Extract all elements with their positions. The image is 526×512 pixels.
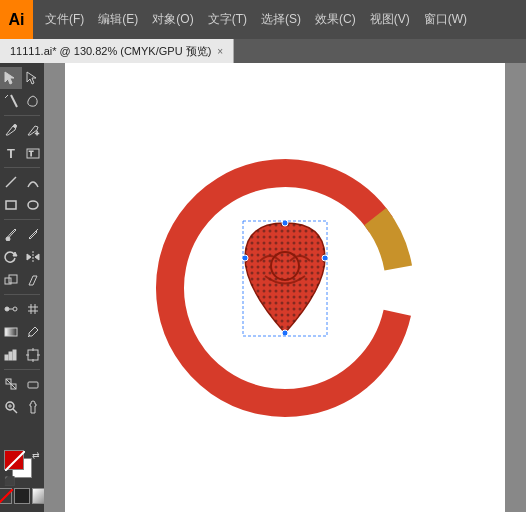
- rotate-tool[interactable]: [0, 246, 22, 268]
- blend-tool[interactable]: [0, 298, 22, 320]
- stroke-slash-icon: [5, 451, 25, 471]
- menu-bar: 文件(F) 编辑(E) 对象(O) 文字(T) 选择(S) 效果(C) 视图(V…: [33, 0, 479, 39]
- lasso-tool[interactable]: [22, 90, 44, 112]
- toolbar-separator-1: [4, 115, 40, 116]
- tab-label: 11111.ai* @ 130.82% (CMYK/GPU 预览): [10, 44, 211, 59]
- svg-marker-1: [27, 72, 36, 84]
- svg-point-18: [5, 307, 9, 311]
- ellipse-tool[interactable]: [22, 194, 44, 216]
- ai-logo: Ai: [0, 0, 33, 39]
- svg-marker-17: [29, 276, 37, 285]
- arc-tool[interactable]: [22, 171, 44, 193]
- svg-point-11: [6, 237, 10, 241]
- menu-type[interactable]: 文字(T): [202, 9, 253, 30]
- no-color-mode[interactable]: [0, 488, 12, 504]
- ring-graphic: [155, 158, 415, 418]
- svg-rect-38: [28, 382, 38, 388]
- area-type-tool[interactable]: T: [22, 142, 44, 164]
- scale-tool[interactable]: [0, 269, 22, 291]
- menu-select[interactable]: 选择(S): [255, 9, 307, 30]
- type-icon: T: [7, 146, 15, 161]
- swap-colors-icon[interactable]: ⇄: [32, 450, 40, 460]
- canvas-area[interactable]: [44, 63, 526, 512]
- svg-rect-9: [6, 201, 16, 209]
- menu-edit[interactable]: 编辑(E): [92, 9, 144, 30]
- svg-text:+: +: [35, 130, 39, 137]
- menu-object[interactable]: 对象(O): [146, 9, 199, 30]
- svg-point-10: [28, 201, 38, 209]
- toolbar-separator-5: [4, 369, 40, 370]
- svg-line-12: [36, 229, 38, 231]
- toolbar-separator-3: [4, 219, 40, 220]
- menu-effect[interactable]: 效果(C): [309, 9, 362, 30]
- artboard: [65, 63, 505, 512]
- svg-rect-27: [5, 355, 8, 360]
- tab-close-button[interactable]: ×: [217, 46, 223, 57]
- eyedropper-tool[interactable]: [22, 321, 44, 343]
- artboard-tool[interactable]: [22, 344, 44, 366]
- menu-view[interactable]: 视图(V): [364, 9, 416, 30]
- title-bar: Ai 文件(F) 编辑(E) 对象(O) 文字(T) 选择(S) 效果(C) 视…: [0, 0, 526, 39]
- menu-window[interactable]: 窗口(W): [418, 9, 473, 30]
- pencil-tool[interactable]: [22, 223, 44, 245]
- gradient-tool[interactable]: [0, 321, 22, 343]
- svg-rect-25: [5, 328, 17, 336]
- svg-text:T: T: [29, 150, 34, 157]
- paintbrush-tool[interactable]: [0, 223, 22, 245]
- menu-file[interactable]: 文件(F): [39, 9, 90, 30]
- no-color-icon: [0, 489, 13, 505]
- reflect-tool[interactable]: [22, 246, 44, 268]
- toolbar-separator-2: [4, 167, 40, 168]
- add-anchor-tool[interactable]: +: [22, 119, 44, 141]
- active-tab[interactable]: 11111.ai* @ 130.82% (CMYK/GPU 预览) ×: [0, 39, 234, 63]
- color-mode-row: [0, 488, 48, 504]
- color-swatches: ⇄ ⬛: [4, 450, 40, 486]
- graph-tool[interactable]: [0, 344, 22, 366]
- svg-line-8: [6, 177, 16, 187]
- artwork: [155, 158, 415, 418]
- select-tool[interactable]: [0, 67, 22, 89]
- foreground-color-swatch[interactable]: [4, 450, 24, 470]
- mesh-tool[interactable]: [22, 298, 44, 320]
- svg-line-3: [5, 95, 8, 98]
- svg-rect-28: [9, 352, 12, 360]
- hand-tool[interactable]: [22, 396, 44, 418]
- reset-colors-icon[interactable]: ⬛: [4, 476, 15, 486]
- main-area: + T T: [0, 63, 526, 512]
- shear-tool[interactable]: [22, 269, 44, 291]
- slice-tool[interactable]: [0, 373, 22, 395]
- svg-point-51: [282, 330, 288, 336]
- eraser-tool[interactable]: [22, 373, 44, 395]
- line-segment-tool[interactable]: [0, 171, 22, 193]
- zoom-tool[interactable]: [0, 396, 22, 418]
- tab-bar: 11111.ai* @ 130.82% (CMYK/GPU 预览) ×: [0, 39, 526, 63]
- rect-tool[interactable]: [0, 194, 22, 216]
- svg-rect-29: [13, 350, 16, 360]
- pen-tool[interactable]: [0, 119, 22, 141]
- svg-line-44: [0, 489, 13, 505]
- toolbar: + T T: [0, 63, 44, 512]
- svg-point-4: [14, 125, 17, 128]
- type-tool[interactable]: T: [0, 142, 22, 164]
- svg-rect-30: [28, 350, 38, 360]
- black-mode[interactable]: [14, 488, 30, 504]
- magic-wand-tool[interactable]: [0, 90, 22, 112]
- svg-line-40: [13, 409, 17, 413]
- svg-line-26: [28, 335, 30, 337]
- svg-rect-16: [9, 275, 17, 283]
- toolbar-separator-4: [4, 294, 40, 295]
- direct-select-tool[interactable]: [22, 67, 44, 89]
- svg-marker-0: [5, 72, 14, 84]
- svg-line-2: [11, 95, 17, 107]
- svg-line-43: [5, 451, 25, 471]
- svg-point-19: [13, 307, 17, 311]
